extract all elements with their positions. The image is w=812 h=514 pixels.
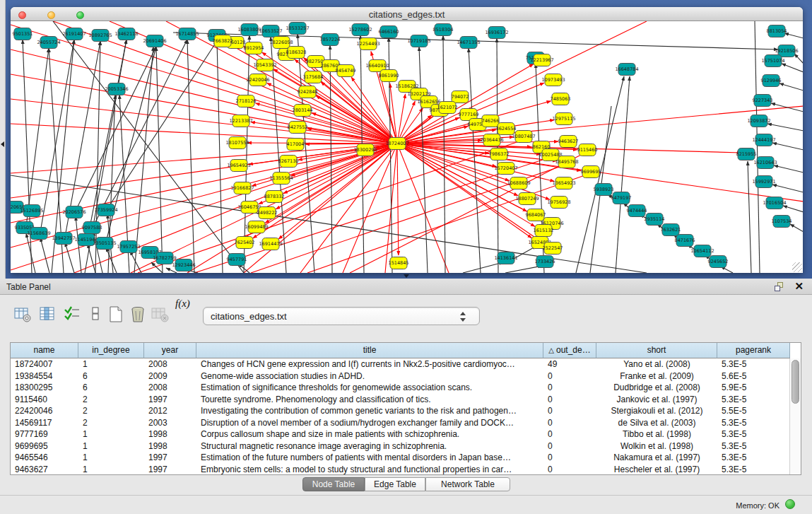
column-header-title[interactable]: title <box>196 343 543 358</box>
network-node[interactable]: 10654112 <box>690 245 714 257</box>
network-node[interactable]: 8912954 <box>244 42 264 54</box>
close-panel-icon[interactable]: ✕ <box>794 280 804 293</box>
network-node[interactable]: 16099489 <box>245 221 268 233</box>
network-node[interactable]: 5938923 <box>594 184 614 196</box>
delete-table-icon[interactable] <box>150 305 170 325</box>
network-node[interactable]: 794072 <box>452 91 469 103</box>
float-panel-icon[interactable] <box>775 282 784 291</box>
selected-rows-icon[interactable] <box>62 305 82 325</box>
table-row[interactable]: 969969511998Structural magnetic resonanc… <box>11 440 790 452</box>
network-node[interactable]: 10653527 <box>259 25 282 37</box>
function-builder-icon[interactable]: f(x) <box>175 298 195 317</box>
network-node[interactable]: 9699695 <box>581 166 601 178</box>
network-node[interactable]: 6466160 <box>379 26 399 38</box>
network-node[interactable]: 20691406 <box>143 35 166 47</box>
column-header-out_de[interactable]: △out_de… <box>543 343 596 358</box>
network-node[interactable]: 7625402 <box>235 237 255 249</box>
network-node[interactable]: 1733426 <box>535 256 555 268</box>
table-row[interactable]: 911546021997Tourette syndrome. Phenomeno… <box>11 394 790 406</box>
network-node[interactable]: 9684067 <box>526 209 546 221</box>
new-column-icon[interactable] <box>106 305 126 325</box>
network-node[interactable]: 7485063 <box>551 93 571 105</box>
network-node[interactable]: 8215955 <box>736 148 757 160</box>
network-node[interactable]: 746266 <box>482 115 500 127</box>
network-node[interactable]: 2935114 <box>645 214 665 226</box>
network-node[interactable]: 13942757 <box>52 233 75 245</box>
tab-edge-table[interactable]: Edge Table <box>365 477 425 491</box>
table-row[interactable]: 977716911998Corpus callosum shape and si… <box>11 428 790 440</box>
network-node[interactable]: 16083809 <box>237 24 261 36</box>
network-node[interactable]: 9861990 <box>379 70 399 82</box>
table-row[interactable]: 1830029562008Estimation of significance … <box>11 382 790 394</box>
table-row[interactable]: 1938455462009Genome-wide association stu… <box>11 370 790 382</box>
tab-network-table[interactable]: Network Table <box>425 477 510 491</box>
network-node[interactable]: 17016504 <box>763 197 786 209</box>
network-node[interactable]: 18807249 <box>515 193 539 205</box>
column-header-name[interactable]: name <box>11 343 78 358</box>
network-node[interactable]: 19756928 <box>547 197 570 209</box>
network-node[interactable]: 9227343 <box>753 95 773 107</box>
network-node[interactable]: 3175684 <box>303 71 324 83</box>
network-node[interactable]: 14136141 <box>494 252 517 264</box>
network-node[interactable]: 13654923 <box>552 177 575 189</box>
tab-node-table[interactable]: Node Table <box>302 477 365 491</box>
network-node[interactable]: 17359924 <box>94 204 117 216</box>
network-node[interactable]: 2803144 <box>293 105 313 117</box>
network-node[interactable]: 10973493 <box>541 74 565 86</box>
network-node[interactable]: 2522547 <box>543 243 563 255</box>
network-node[interactable]: 7663822 <box>213 35 233 47</box>
network-node[interactable]: 8454749 <box>336 65 356 77</box>
network-node[interactable]: 15992971 <box>752 176 775 188</box>
network-node[interactable]: 1107534 <box>772 216 792 228</box>
combo-stepper-icon[interactable] <box>459 310 466 323</box>
network-node[interactable]: 12213967 <box>530 54 553 66</box>
network-node[interactable]: 15720407 <box>494 163 517 175</box>
network-node[interactable]: 10543392 <box>253 59 276 71</box>
network-node[interactable]: 19654923 <box>227 160 250 172</box>
network-node[interactable]: 7986372 <box>489 148 510 160</box>
network-node[interactable]: 10719185 <box>407 35 430 47</box>
network-node[interactable]: 10807487 <box>512 131 535 143</box>
table-selector-combobox[interactable]: citations_edges.txt <box>203 307 480 325</box>
table-row[interactable]: 946554611997Estimation of the future num… <box>11 452 790 464</box>
network-node[interactable]: 11568639 <box>27 228 50 240</box>
network-node[interactable]: 10892765 <box>88 30 112 42</box>
collapse-left-icon[interactable] <box>1 141 4 147</box>
network-node[interactable]: 8813054 <box>767 25 787 37</box>
network-window[interactable]: citations_edges.txt 95013512405572426191… <box>11 7 803 273</box>
network-node[interactable]: 8471676 <box>675 235 695 247</box>
network-node[interactable]: 20053346 <box>105 83 128 95</box>
table-row[interactable]: 1872400712008Changes of HCN gene express… <box>11 358 790 370</box>
network-node[interactable]: 12093872 <box>747 115 770 127</box>
west-panel-divider[interactable] <box>0 0 6 279</box>
network-node[interactable]: 18300295 <box>353 144 377 156</box>
network-node[interactable]: 3498222 <box>257 207 278 219</box>
network-node[interactable]: 12444197 <box>752 134 775 146</box>
network-node[interactable]: 15751074 <box>761 55 784 67</box>
south-panel-grabber-icon[interactable] <box>404 274 409 278</box>
network-node[interactable]: 16936172 <box>485 27 508 39</box>
memory-status-icon[interactable] <box>785 499 795 509</box>
network-node[interactable]: 13505135 <box>93 238 116 250</box>
network-node[interactable]: 15126895 <box>20 205 43 217</box>
network-node[interactable]: 2718126 <box>236 95 257 107</box>
network-node[interactable]: 8518304 <box>433 24 454 36</box>
network-node[interactable]: 7857224 <box>320 34 341 46</box>
network-node[interactable]: 22420046 <box>246 74 269 86</box>
network-node[interactable]: 12975115 <box>552 113 575 125</box>
network-node[interactable]: 8878332 <box>264 191 285 203</box>
network-node[interactable]: 1621072 <box>437 102 458 114</box>
table-mode-icon[interactable] <box>13 305 33 325</box>
network-node[interactable]: 16648784 <box>615 64 638 76</box>
column-header-short[interactable]: short <box>596 343 717 358</box>
network-node[interactable]: 12213387 <box>229 115 252 127</box>
network-node[interactable]: 16714855 <box>175 28 199 40</box>
column-header-in_degree[interactable]: in_degree <box>78 343 144 358</box>
column-chooser-icon[interactable] <box>37 305 57 325</box>
network-node[interactable]: 1615132 <box>534 225 554 237</box>
network-node[interactable]: 3267130 <box>278 156 299 168</box>
network-node[interactable]: 20364436 <box>480 134 503 146</box>
table-row[interactable]: 2242004622012Investigating the contribut… <box>11 405 790 417</box>
network-node[interactable]: 9129946 <box>761 75 782 87</box>
network-window-titlebar[interactable]: citations_edges.txt <box>11 7 803 21</box>
